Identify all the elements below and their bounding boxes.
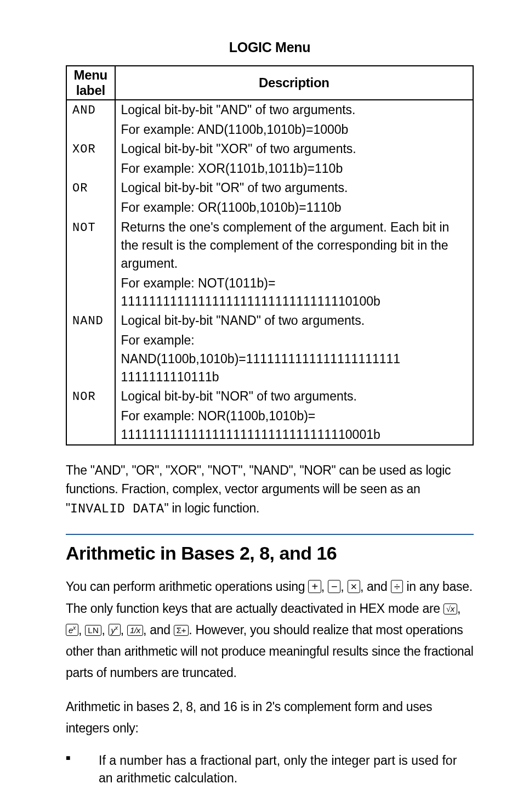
sigma-plus-key-icon: Σ+ bbox=[174, 625, 189, 636]
table-row: NOT Returns the one's complement of the … bbox=[66, 218, 473, 274]
table-row: AND Logical bit-by-bit "AND" of two argu… bbox=[66, 100, 473, 120]
desc-not-1: Returns the one's complement of the argu… bbox=[115, 218, 474, 274]
table-row: For example: NOT(1011b)= 111111111111111… bbox=[66, 274, 473, 312]
desc-or-1: Logical bit-by-bit "OR" of two arguments… bbox=[115, 178, 474, 198]
ai-t1: You can perform arithmetic operations us… bbox=[66, 579, 308, 594]
minus-key-icon: − bbox=[328, 580, 340, 593]
th-menu-label: Menu label bbox=[66, 66, 115, 100]
ai-t3: , bbox=[340, 579, 347, 594]
table-row: For example: NAND(1100b,1010b)=111111111… bbox=[66, 331, 473, 387]
arithmetic-intro: You can perform arithmetic operations us… bbox=[66, 576, 474, 683]
ex-key-icon: ex bbox=[66, 624, 78, 636]
desc-or-2: For example: OR(1100b,1010b)=1110b bbox=[115, 198, 474, 217]
desc-nor-1: Logical bit-by-bit "NOR" of two argument… bbox=[115, 387, 474, 407]
table-row: NAND Logical bit-by-bit "NAND" of two ar… bbox=[66, 311, 473, 331]
ai-t9: , bbox=[121, 623, 127, 637]
table-row: NOR Logical bit-by-bit "NOR" of two argu… bbox=[66, 387, 473, 407]
ai-t6: , bbox=[457, 601, 461, 616]
times-key-icon: × bbox=[348, 580, 360, 593]
arithmetic-para2: Arithmetic in bases 2, 8, and 16 is in 2… bbox=[66, 696, 474, 739]
desc-nand-1: Logical bit-by-bit "NAND" of two argumen… bbox=[115, 311, 474, 331]
table-row: For example: AND(1100b,1010b)=1000b bbox=[66, 120, 473, 139]
after-table-paragraph: The "AND", "OR", "XOR", "NOT", "NAND", "… bbox=[66, 461, 474, 519]
sqrt-key-icon: √x bbox=[444, 604, 457, 615]
table-row: For example: XOR(1101b,1011b)=110b bbox=[66, 159, 473, 178]
menu-label-and: AND bbox=[66, 100, 115, 120]
table-row: OR Logical bit-by-bit "OR" of two argume… bbox=[66, 178, 473, 198]
table-row: For example: NOR(1100b,1010b)= 111111111… bbox=[66, 407, 473, 445]
divide-key-icon: ÷ bbox=[391, 580, 403, 593]
ai-t2: , bbox=[321, 579, 328, 594]
menu-label-nor: NOR bbox=[66, 387, 115, 407]
menu-label-not: NOT bbox=[66, 218, 115, 274]
desc-not-2a: For example: NOT(1011b)= bbox=[121, 276, 276, 290]
desc-and-1: Logical bit-by-bit "AND" of two argument… bbox=[115, 100, 474, 120]
table-title: LOGIC Menu bbox=[66, 40, 474, 55]
ln-key-icon: LN bbox=[85, 625, 101, 636]
menu-label-or: OR bbox=[66, 178, 115, 198]
desc-and-2: For example: AND(1100b,1010b)=1000b bbox=[115, 120, 474, 139]
table-row: XOR Logical bit-by-bit "XOR" of two argu… bbox=[66, 139, 473, 159]
bullet-list: If a number has a fractional part, only … bbox=[66, 752, 474, 787]
desc-nand-2c: 1111111110111b bbox=[121, 370, 219, 384]
ai-t8: , bbox=[101, 623, 108, 637]
logic-table: Menu label Description AND Logical bit-b… bbox=[66, 65, 474, 446]
ai-t4: , and bbox=[360, 579, 391, 594]
menu-label-xor: XOR bbox=[66, 139, 115, 159]
menu-label-nand: NAND bbox=[66, 311, 115, 331]
section-heading: Arithmetic in Bases 2, 8, and 16 bbox=[66, 543, 474, 564]
desc-nor-2b: 111111111111111111111111111111110001b bbox=[121, 427, 380, 442]
table-row: For example: OR(1100b,1010b)=1110b bbox=[66, 198, 473, 217]
desc-not-2b: 111111111111111111111111111111110100b bbox=[121, 294, 380, 308]
th-description: Description bbox=[115, 66, 474, 100]
desc-nand-2b: NAND(1100b,1010b)=1111111111111111111111 bbox=[121, 352, 401, 366]
bullet-item: If a number has a fractional part, only … bbox=[66, 752, 474, 787]
desc-nand-2a: For example: bbox=[121, 333, 195, 347]
invalid-data-code: INVALID DATA bbox=[70, 502, 164, 516]
ai-t10: , and bbox=[143, 623, 174, 637]
section-rule bbox=[66, 534, 474, 535]
after-p1b: " in logic function. bbox=[164, 501, 260, 515]
one-over-x-key-icon: 1/x bbox=[127, 625, 143, 636]
yx-key-icon: yx bbox=[109, 624, 121, 636]
desc-xor-1: Logical bit-by-bit "XOR" of two argument… bbox=[115, 139, 474, 159]
desc-nor-2a: For example: NOR(1100b,1010b)= bbox=[121, 409, 316, 423]
plus-key-icon: + bbox=[308, 580, 321, 593]
ai-t7: , bbox=[78, 623, 85, 637]
desc-xor-2: For example: XOR(1101b,1011b)=110b bbox=[115, 159, 474, 178]
